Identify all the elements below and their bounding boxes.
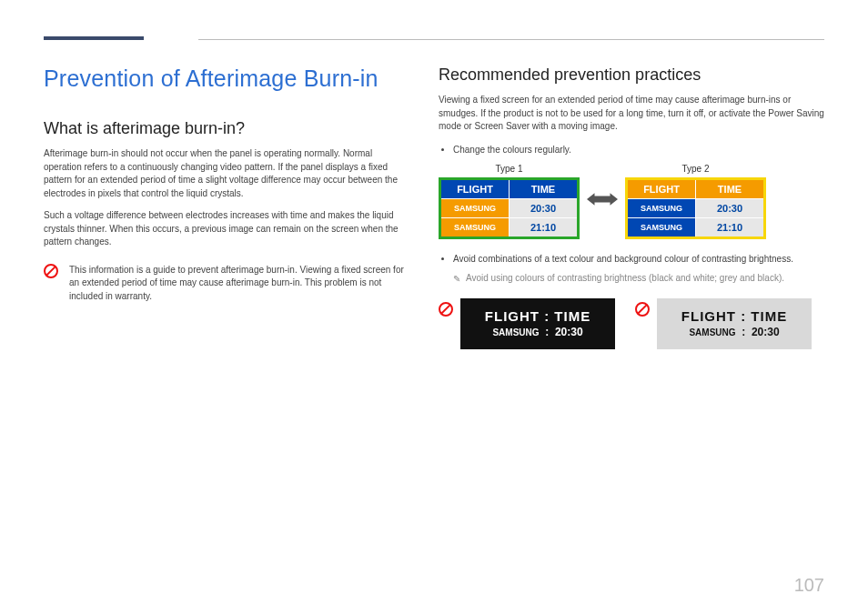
t1-r1c2: 20:30: [510, 198, 579, 217]
type1-label: Type 1: [439, 164, 580, 174]
panel-dark-row1: FLIGHT : TIME: [485, 308, 590, 324]
type2-label: Type 2: [625, 164, 766, 174]
t1-r1c1: SAMSUNG: [440, 198, 510, 217]
panel-dark-row2: SAMSUNG : 20:30: [492, 326, 582, 338]
t2-r2c1: SAMSUNG: [627, 217, 696, 237]
flight-table-type2: FLIGHT TIME SAMSUNG 20:30 SAMSUNG 21:10: [625, 177, 766, 239]
bullet-list-2: Avoid combinations of a text colour and …: [439, 252, 824, 266]
right-column: Recommended prevention practices Viewing…: [439, 65, 824, 349]
left-para-1: Afterimage burn-in should not occur when…: [44, 147, 406, 200]
header-rule-thick: [44, 36, 144, 40]
right-para-1: Viewing a fixed screen for an extended p…: [439, 94, 824, 134]
t1-r2c1: SAMSUNG: [440, 217, 510, 237]
warranty-note-text: This information is a guide to prevent a…: [69, 264, 406, 304]
pencil-icon: ✎: [453, 273, 460, 286]
header-rule: [44, 36, 824, 40]
contrast-example-dark: FLIGHT : TIME SAMSUNG : 20:30: [439, 298, 615, 349]
panel-light-sep: :: [742, 326, 745, 338]
page-number: 107: [794, 575, 824, 596]
type2-column: Type 2 FLIGHT TIME SAMSUNG 20:30 SAMSUNG…: [625, 164, 766, 239]
t1-header-flight: FLIGHT: [440, 178, 510, 198]
example-panel-light: FLIGHT : TIME SAMSUNG : 20:30: [657, 298, 812, 349]
contrast-example-light: FLIGHT : TIME SAMSUNG : 20:30: [635, 298, 812, 349]
warranty-note: This information is a guide to prevent a…: [44, 264, 406, 304]
t1-header-time: TIME: [510, 178, 579, 198]
left-column: Prevention of Afterimage Burn-in What is…: [44, 65, 406, 349]
panel-light-row1: FLIGHT : TIME: [681, 308, 787, 324]
right-heading: Recommended prevention practices: [439, 65, 824, 85]
bullet-avoid-contrast: Avoid combinations of a text colour and …: [453, 252, 824, 266]
contrast-examples-row: FLIGHT : TIME SAMSUNG : 20:30 FLIGHT : T…: [439, 298, 824, 349]
page-title: Prevention of Afterimage Burn-in: [44, 65, 406, 92]
t2-r2c2: 21:10: [696, 217, 765, 237]
example-panel-dark: FLIGHT : TIME SAMSUNG : 20:30: [460, 298, 615, 349]
bullet-list-1: Change the colours regularly.: [439, 143, 824, 156]
pencil-note-text: Avoid using colours of contrasting brigh…: [466, 273, 784, 283]
panel-dark-sep: :: [545, 326, 549, 338]
type-comparison-row: Type 1 FLIGHT TIME SAMSUNG 20:30 SAMSUNG…: [439, 164, 824, 239]
svg-marker-0: [587, 193, 618, 206]
pencil-note: ✎ Avoid using colours of contrasting bri…: [439, 273, 824, 286]
left-heading: What is afterimage burn-in?: [44, 119, 406, 138]
panel-light-label: SAMSUNG: [689, 327, 735, 337]
double-arrow-icon: [587, 191, 618, 211]
t1-r2c2: 21:10: [510, 217, 579, 237]
panel-dark-time: 20:30: [555, 326, 583, 338]
left-para-2: Such a voltage difference between electr…: [44, 209, 406, 249]
prohibit-icon: [635, 302, 650, 317]
flight-table-type1: FLIGHT TIME SAMSUNG 20:30 SAMSUNG 21:10: [439, 177, 580, 239]
header-rule-thin: [198, 39, 824, 40]
prohibit-icon: [439, 302, 453, 317]
type1-column: Type 1 FLIGHT TIME SAMSUNG 20:30 SAMSUNG…: [439, 164, 580, 239]
t2-header-time: TIME: [696, 178, 765, 198]
panel-dark-label: SAMSUNG: [492, 327, 539, 337]
panel-light-row2: SAMSUNG : 20:30: [689, 326, 779, 338]
bullet-change-colours: Change the colours regularly.: [453, 143, 824, 156]
content-columns: Prevention of Afterimage Burn-in What is…: [44, 65, 824, 349]
panel-light-time: 20:30: [752, 326, 780, 338]
prohibit-icon: [44, 264, 58, 278]
t2-header-flight: FLIGHT: [627, 178, 696, 198]
t2-r1c2: 20:30: [696, 198, 765, 217]
t2-r1c1: SAMSUNG: [627, 198, 696, 217]
